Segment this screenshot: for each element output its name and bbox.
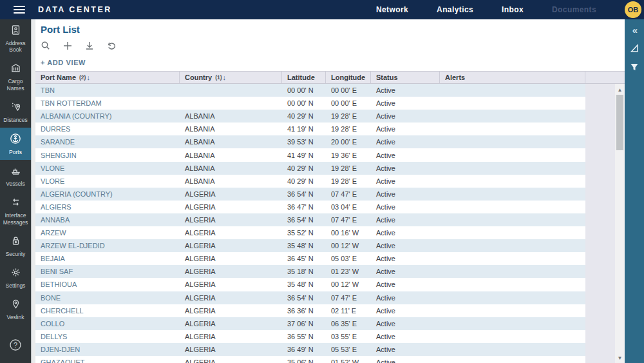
port-name-cell[interactable]: GHAZAOUET [35, 356, 180, 363]
table-row[interactable]: BEJAIAALGERIA36 45' N05 03' EActive [35, 252, 615, 265]
help-button[interactable]: ? [0, 338, 31, 351]
table-row[interactable]: VLOREALBANIA40 29' N19 28' EActive [35, 175, 615, 188]
port-name-cell[interactable]: ALGERIA (COUNTRY) [35, 188, 180, 201]
table-row[interactable]: BETHIOUAALGERIA35 48' N00 12' WActive [35, 278, 615, 291]
column-header-longitude[interactable]: Longitude [326, 72, 371, 83]
column-header-spacer [585, 72, 625, 83]
column-header-country[interactable]: Country (1) ↓ [180, 72, 282, 83]
port-name-cell[interactable]: BENI SAF [35, 265, 180, 278]
row-spacer [585, 162, 615, 175]
column-header-status[interactable]: Status [371, 72, 440, 83]
download-icon[interactable] [84, 41, 95, 51]
scrollbar-thumb[interactable] [616, 95, 623, 150]
port-name-cell[interactable]: ALGIERS [35, 201, 180, 213]
table-row[interactable]: COLLOALGERIA37 06' N06 35' EActive [35, 317, 615, 330]
port-name-cell[interactable]: SHENGJIN [35, 148, 180, 161]
filter-funnel-icon[interactable] [629, 62, 639, 72]
add-icon[interactable] [62, 41, 73, 51]
sidebar-item-label: Interface Messages [1, 212, 30, 225]
table-row[interactable]: TBN00 00' N00 00' EActive [35, 84, 615, 97]
row-spacer [585, 343, 615, 356]
port-name-cell[interactable]: ARZEW [35, 226, 180, 239]
port-name-cell[interactable]: TBN [35, 84, 180, 97]
sidebar-splitter[interactable] [31, 19, 35, 363]
column-header-port-name[interactable]: Port Name (2) ↓ [35, 72, 180, 83]
collapse-panel-icon[interactable]: « [632, 25, 636, 35]
port-name-cell[interactable]: ALBANIA (COUNTRY) [35, 110, 180, 123]
sort-order-badge: (2) [79, 74, 86, 81]
table-row[interactable]: ARZEW EL-DJEDIDALGERIA35 48' N00 12' WAc… [35, 239, 615, 252]
latitude-cell: 35 48' N [282, 278, 326, 291]
port-name-cell[interactable]: COLLO [35, 317, 180, 330]
port-name-cell[interactable]: CHERCHELL [35, 304, 180, 317]
list-toolbar [41, 40, 625, 52]
alerts-cell [440, 213, 585, 226]
longitude-cell: 01 23' W [326, 265, 371, 278]
vertical-scrollbar[interactable]: ▲ ▼ [615, 84, 625, 363]
port-name-cell[interactable]: BEJAIA [35, 252, 180, 265]
port-name-cell[interactable]: VLONE [35, 162, 180, 175]
port-name-cell[interactable]: DELLYS [35, 330, 180, 343]
table-row[interactable]: VLONEALBANIA40 29' N19 28' EActive [35, 162, 615, 175]
column-header-alerts[interactable]: Alerts [440, 72, 585, 83]
table-row[interactable]: DJEN-DJENALGERIA36 49' N05 53' EActive [35, 343, 615, 356]
page-title: Port List [41, 24, 625, 35]
sidebar-item-interface-messages[interactable]: Interface Messages [0, 191, 31, 230]
user-avatar[interactable]: OB [625, 1, 641, 18]
scroll-down-icon[interactable]: ▼ [615, 353, 625, 362]
port-name-cell[interactable]: SARANDE [35, 135, 180, 148]
port-name-cell[interactable]: BONE [35, 291, 180, 304]
table-row[interactable]: ALGIERSALGERIA36 47' N03 04' EActive [35, 201, 615, 213]
table-row[interactable]: SHENGJINALBANIA41 49' N19 36' EActive [35, 148, 615, 161]
table-body: TBN00 00' N00 00' EActiveTBN ROTTERDAM00… [35, 84, 615, 363]
nav-network[interactable]: Network [376, 5, 408, 14]
nav-analytics[interactable]: Analytics [437, 5, 473, 14]
port-name-cell[interactable]: TBN ROTTERDAM [35, 97, 180, 110]
scroll-up-icon[interactable]: ▲ [615, 85, 625, 94]
table-row[interactable]: CHERCHELLALGERIA36 36' N02 11' EActive [35, 304, 615, 317]
alerts-cell [440, 84, 585, 97]
table-row[interactable]: DURRESALBANIA41 19' N19 28' EActive [35, 123, 615, 135]
latitude-cell: 36 49' N [282, 343, 326, 356]
app-title: DATA CENTER [38, 5, 112, 14]
settings-gear-icon [10, 267, 21, 280]
alerts-cell [440, 162, 585, 175]
longitude-cell: 19 28' E [326, 110, 371, 123]
sidebar-item-veslink[interactable]: Veslink [0, 293, 31, 325]
table-row[interactable]: ANNABAALGERIA36 54' N07 47' EActive [35, 213, 615, 226]
sort-desc-icon: ↓ [86, 74, 90, 81]
search-icon[interactable] [41, 41, 51, 51]
undo-icon[interactable] [106, 41, 117, 51]
sidebar-item-distances[interactable]: Distances [0, 96, 31, 128]
sidebar-item-vessels[interactable]: Vessels [0, 160, 31, 191]
sidebar-item-ports[interactable]: Ports [0, 128, 31, 160]
port-name-cell[interactable]: BETHIOUA [35, 278, 180, 291]
port-name-cell[interactable]: DURRES [35, 123, 180, 135]
table-row[interactable]: TBN ROTTERDAM00 00' N00 00' EActive [35, 97, 615, 110]
status-cell: Active [371, 188, 440, 201]
alerts-cell [440, 110, 585, 123]
table-row[interactable]: ALBANIA (COUNTRY)ALBANIA40 29' N19 28' E… [35, 110, 615, 123]
table-row[interactable]: BENI SAFALGERIA35 18' N01 23' WActive [35, 265, 615, 278]
table-row[interactable]: SARANDEALBANIA39 53' N20 00' EActive [35, 135, 615, 148]
port-name-cell[interactable]: ARZEW EL-DJEDID [35, 239, 180, 252]
column-header-latitude[interactable]: Latitude [282, 72, 326, 83]
nav-inbox[interactable]: Inbox [502, 5, 524, 14]
menu-hamburger-icon[interactable] [14, 4, 25, 15]
country-cell: ALGERIA [180, 356, 282, 363]
sidebar-item-settings[interactable]: Settings [0, 262, 31, 293]
triangle-tool-icon[interactable] [629, 43, 639, 54]
table-row[interactable]: GHAZAOUETALGERIA35 06' N01 52' WActive [35, 356, 615, 363]
port-name-cell[interactable]: VLORE [35, 175, 180, 188]
sidebar-item-security[interactable]: Security [0, 230, 31, 262]
table-row[interactable]: BONEALGERIA36 54' N07 47' EActive [35, 291, 615, 304]
port-name-cell[interactable]: DJEN-DJEN [35, 343, 180, 356]
sidebar-item-cargo-names[interactable]: Cargo Names [0, 57, 31, 95]
add-view-button[interactable]: + ADD VIEW [41, 59, 625, 66]
table-row[interactable]: DELLYSALGERIA36 55' N03 55' EActive [35, 330, 615, 343]
table-row[interactable]: ARZEWALGERIA35 52' N00 16' WActive [35, 226, 615, 239]
alerts-cell [440, 330, 585, 343]
port-name-cell[interactable]: ANNABA [35, 213, 180, 226]
table-row[interactable]: ALGERIA (COUNTRY)ALGERIA36 54' N07 47' E… [35, 188, 615, 201]
sidebar-item-address-book[interactable]: Address Book [0, 19, 31, 57]
